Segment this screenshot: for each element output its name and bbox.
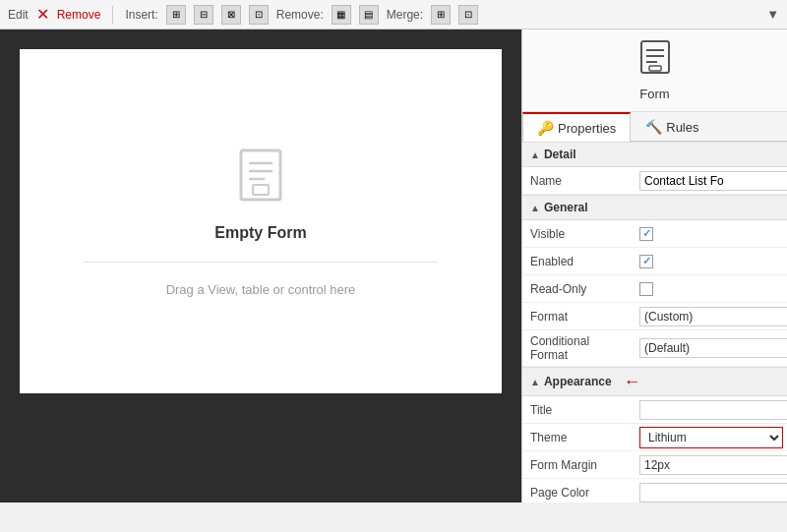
prop-name-label: Name [522,170,636,192]
prop-pagecolor-value [636,481,787,503]
form-header-icon [637,39,673,83]
sep1 [112,6,113,24]
prop-readonly-label: Read-Only [522,278,636,300]
theme-select-wrapper: Lithium Default Material [639,427,783,448]
remove-icon-2[interactable]: ▤ [359,5,379,25]
section-general-header: ▲ General [522,195,787,220]
pagecolor-input[interactable] [639,483,787,502]
merge-label: Merge: [387,8,423,22]
prop-format-row: Format ··· [522,303,787,330]
title-input[interactable] [639,400,787,420]
general-collapse-icon[interactable]: ▲ [530,203,540,213]
prop-name-row: Name [522,167,787,195]
prop-title-row: Title [522,396,787,424]
prop-pagecolor-label: Page Color [522,482,636,503]
form-divider [84,262,438,263]
section-general-label: General [544,201,588,214]
detail-collapse-icon[interactable]: ▲ [530,149,540,160]
remove-label2: Remove: [276,8,324,22]
prop-formmargin-value [636,453,787,477]
format-field-wrapper: ··· [639,307,787,326]
prop-format-label: Format [522,306,636,327]
prop-enabled-row: Enabled [522,248,787,275]
panel-tabs: 🔑 Properties 🔨 Rules [522,112,787,142]
x-icon: ✕ [36,5,49,24]
prop-readonly-value [636,280,787,298]
tab-rules-label: Rules [666,120,698,135]
insert-icon-1[interactable]: ⊞ [166,5,186,25]
prop-condformat-label: Conditional Format [522,330,636,366]
insert-icon-2[interactable]: ⊟ [194,5,213,25]
form-canvas: Empty Form Drag a View, table or control… [20,49,502,393]
prop-pagecolor-row: Page Color [522,479,787,502]
drop-hint: Drag a View, table or control here [166,282,356,297]
format-input[interactable] [639,307,787,326]
prop-theme-value: Lithium Default Material [636,425,787,450]
section-appearance-header: ▲ Appearance ← [522,367,787,396]
prop-formmargin-row: Form Margin [522,451,787,479]
remove-icon-1[interactable]: ▦ [332,5,351,25]
prop-condformat-value: ··· [636,336,787,360]
name-input[interactable] [639,171,787,191]
merge-icon-1[interactable]: ⊞ [431,5,451,25]
toolbar-row1: Edit ✕ Remove Insert: ⊞ ⊟ ⊠ ⊡ Remove: ▦ … [0,0,787,30]
prop-title-value [636,398,787,422]
design-canvas: Empty Form Drag a View, table or control… [0,30,521,502]
prop-visible-label: Visible [522,223,636,245]
insert-icon-4[interactable]: ⊡ [249,5,269,25]
insert-icon-3[interactable]: ⊠ [221,5,241,25]
prop-theme-label: Theme [522,427,636,448]
form-panel-header: Form [522,30,787,112]
formmargin-input[interactable] [639,455,787,475]
condformat-input[interactable] [639,338,787,358]
prop-title-label: Title [522,399,636,421]
empty-form-title: Empty Form [214,224,306,242]
prop-enabled-label: Enabled [522,251,636,272]
panel-content: ▲ Detail Name ▲ General Visible [522,142,787,502]
enabled-checkbox[interactable] [639,255,653,268]
visible-checkbox[interactable] [639,227,653,241]
prop-enabled-value [636,253,787,270]
section-detail-label: Detail [544,148,576,161]
insert-label: Insert: [125,8,157,22]
properties-tab-icon: 🔑 [537,120,554,136]
readonly-checkbox[interactable] [639,282,653,296]
tab-properties-label: Properties [558,121,616,136]
svg-rect-9 [649,66,661,71]
form-header-label: Form [639,87,669,101]
prop-visible-value [636,225,787,243]
prop-name-value [636,169,787,193]
toolbar-arrow[interactable]: ▼ [766,7,779,22]
prop-readonly-row: Read-Only [522,275,787,303]
appearance-arrow-indicator: ← [624,373,641,390]
prop-format-value: ··· [636,305,787,328]
right-panel: Form 🔑 Properties 🔨 Rules ▲ Detail Name [521,30,787,502]
empty-form-icon [231,146,290,214]
main-area: Empty Form Drag a View, table or control… [0,30,787,502]
merge-icon-2[interactable]: ⊡ [458,5,478,25]
svg-rect-4 [253,185,269,195]
condformat-field-wrapper: ··· [639,338,787,358]
tab-rules[interactable]: 🔨 Rules [631,112,713,141]
tab-properties[interactable]: 🔑 Properties [522,112,631,142]
svg-rect-0 [241,150,280,200]
prop-condformat-row: Conditional Format ··· [522,330,787,367]
rules-tab-icon: 🔨 [645,119,662,135]
theme-select[interactable]: Lithium Default Material [639,427,783,448]
edit-button[interactable]: Edit [8,8,29,22]
prop-formmargin-label: Form Margin [522,454,636,476]
appearance-collapse-icon[interactable]: ▲ [530,377,540,387]
prop-visible-row: Visible [522,220,787,248]
remove-button[interactable]: Remove [57,8,101,22]
section-detail-header: ▲ Detail [522,142,787,167]
prop-theme-row: Theme Lithium Default Material [522,424,787,451]
section-appearance-label: Appearance [544,375,612,388]
